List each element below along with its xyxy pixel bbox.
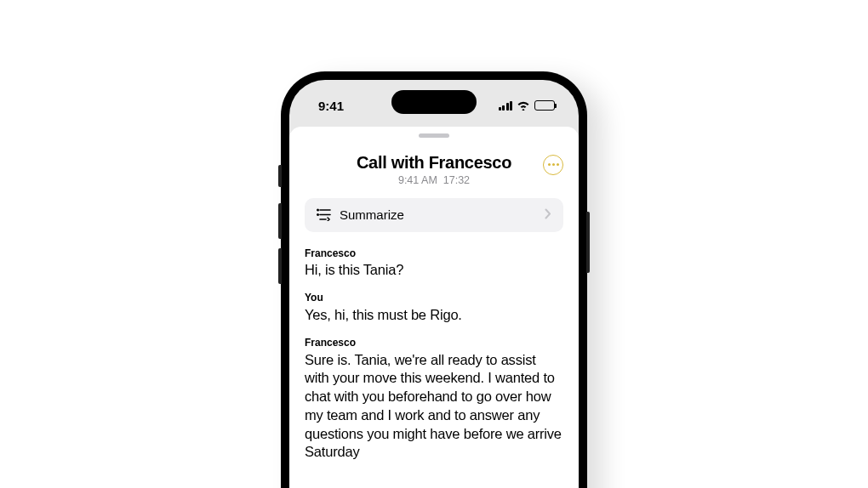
call-subtitle: 9:41 AM 17:32: [357, 174, 511, 186]
transcript-message: Francesco Sure is. Tania, we're all read…: [305, 337, 563, 462]
chevron-right-icon: [545, 207, 551, 223]
svg-point-3: [317, 209, 318, 210]
transcript-message: Francesco Hi, is this Tania?: [305, 247, 563, 281]
summarize-label: Summarize: [340, 207, 536, 222]
phone-screen: 9:41 Call with Francesco 9:41 AM 17:32: [289, 80, 579, 488]
svg-point-4: [317, 214, 318, 215]
sheet-grabber[interactable]: [419, 133, 449, 138]
summarize-icon: [317, 208, 331, 221]
cellular-icon: [499, 101, 513, 111]
speaker-label: Francesco: [305, 337, 563, 350]
transcript: Francesco Hi, is this Tania? You Yes, hi…: [305, 247, 563, 462]
volume-down-button: [278, 248, 282, 284]
message-text: Yes, hi, this must be Rigo.: [305, 306, 563, 325]
wifi-icon: [517, 100, 530, 111]
transcript-message: You Yes, hi, this must be Rigo.: [305, 292, 563, 325]
power-button: [586, 212, 590, 273]
mute-switch: [278, 165, 282, 187]
summarize-button[interactable]: Summarize: [305, 198, 563, 232]
call-title: Call with Francesco: [357, 153, 511, 173]
speaker-label: Francesco: [305, 247, 563, 261]
message-text: Sure is. Tania, we're all ready to assis…: [305, 351, 563, 462]
speaker-label: You: [305, 292, 563, 305]
more-button[interactable]: [543, 155, 563, 175]
message-text: Hi, is this Tania?: [305, 261, 563, 280]
volume-up-button: [278, 203, 282, 239]
battery-icon: [534, 100, 555, 111]
status-time: 9:41: [318, 99, 344, 113]
dynamic-island: [391, 90, 477, 114]
phone-frame: 9:41 Call with Francesco 9:41 AM 17:32: [281, 71, 587, 488]
modal-sheet: Call with Francesco 9:41 AM 17:32: [289, 127, 579, 488]
